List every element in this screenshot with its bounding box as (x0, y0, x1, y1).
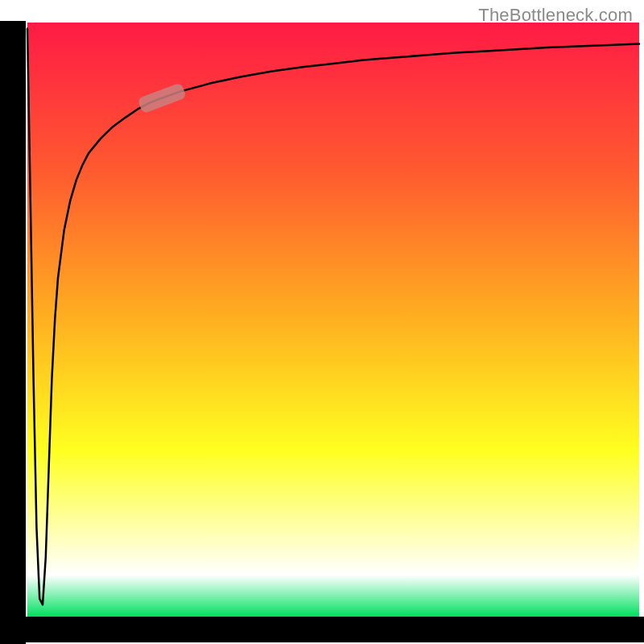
bottleneck-chart (0, 0, 644, 644)
x-axis-bar (0, 617, 644, 642)
plot-background (27, 23, 639, 617)
y-axis-bar (0, 21, 26, 644)
watermark-text: TheBottleneck.com (478, 5, 633, 26)
